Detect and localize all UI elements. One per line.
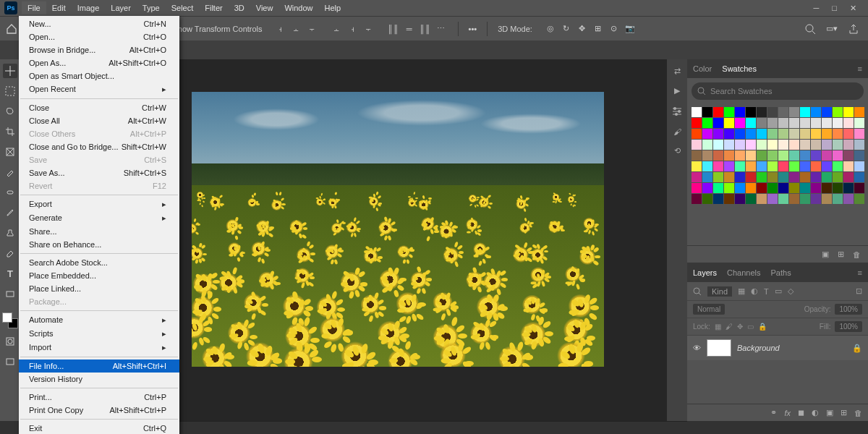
- swatch[interactable]: [811, 140, 821, 150]
- adjustment-icon[interactable]: ◐: [812, 408, 819, 417]
- eraser-tool[interactable]: [3, 246, 17, 260]
- swatch[interactable]: [746, 172, 756, 182]
- lock-paint-icon[interactable]: 🖌: [726, 323, 733, 331]
- swatch[interactable]: [692, 129, 702, 139]
- swatch[interactable]: [843, 194, 854, 204]
- swatch[interactable]: [767, 172, 778, 182]
- menu-item-close-and-go-to-bridge[interactable]: Close and Go to Bridge...Shift+Ctrl+W: [19, 140, 179, 153]
- lock-pos-icon[interactable]: ✥: [737, 323, 743, 331]
- swatch[interactable]: [702, 118, 712, 128]
- swatch[interactable]: [822, 161, 832, 171]
- menu-item-open[interactable]: Open...Ctrl+O: [19, 30, 179, 43]
- swatch[interactable]: [843, 150, 854, 161]
- swatch[interactable]: [822, 129, 832, 139]
- swatch[interactable]: [757, 161, 767, 171]
- swatch[interactable]: [789, 107, 799, 117]
- menu-image[interactable]: Image: [72, 1, 106, 14]
- menu-select[interactable]: Select: [166, 1, 200, 14]
- swatch[interactable]: [811, 161, 821, 171]
- panel-menu-icon[interactable]: ≡: [858, 268, 862, 277]
- more-icon[interactable]: •••: [469, 25, 477, 33]
- search-icon[interactable]: [804, 23, 816, 35]
- swatch[interactable]: [789, 118, 799, 128]
- lock-all-icon[interactable]: 🔒: [758, 323, 767, 331]
- swatch[interactable]: [702, 172, 712, 182]
- menu-item-print-one-copy[interactable]: Print One CopyAlt+Shift+Ctrl+P: [19, 404, 179, 417]
- swatch[interactable]: [702, 107, 712, 117]
- swatch[interactable]: [757, 194, 767, 204]
- swatch[interactable]: [746, 183, 756, 193]
- swatch[interactable]: [822, 183, 832, 193]
- swatch[interactable]: [843, 161, 854, 171]
- swatch[interactable]: [854, 172, 864, 182]
- swatch[interactable]: [692, 107, 702, 117]
- tab-paths[interactable]: Paths: [771, 268, 791, 277]
- swatch[interactable]: [833, 172, 843, 182]
- swatch[interactable]: [778, 183, 788, 193]
- swatch[interactable]: [724, 194, 734, 204]
- tab-color[interactable]: Color: [693, 64, 712, 73]
- adjust-icon[interactable]: [671, 106, 683, 117]
- swatch[interactable]: [767, 140, 778, 150]
- screen-mode-icon[interactable]: [3, 354, 17, 369]
- swatch[interactable]: [822, 118, 832, 128]
- swap-icon[interactable]: ⇄: [674, 67, 681, 76]
- brush-panel-icon[interactable]: 🖌: [673, 127, 681, 136]
- swatch[interactable]: [735, 161, 745, 171]
- more-align-icon[interactable]: ⋯: [435, 22, 448, 35]
- swatch[interactable]: [789, 150, 799, 161]
- menu-3d[interactable]: 3D: [229, 1, 250, 14]
- swatch[interactable]: [746, 107, 756, 117]
- swatch[interactable]: [735, 129, 745, 139]
- menu-item-save-as[interactable]: Save As...Shift+Ctrl+S: [19, 166, 179, 179]
- cam-icon[interactable]: 📷: [624, 22, 637, 35]
- menu-item-open-as[interactable]: Open As...Alt+Shift+Ctrl+O: [19, 56, 179, 69]
- layer-thumbnail[interactable]: [707, 339, 731, 357]
- swatch[interactable]: [778, 118, 788, 128]
- quick-mask-icon[interactable]: [3, 334, 17, 349]
- minimize-icon[interactable]: ─: [814, 4, 820, 13]
- fill-value[interactable]: 100%: [835, 321, 862, 332]
- swatch[interactable]: [757, 140, 767, 150]
- restore-icon[interactable]: □: [832, 4, 837, 13]
- frame-tool[interactable]: [3, 145, 17, 159]
- swatch[interactable]: [800, 140, 810, 150]
- swatch[interactable]: [757, 107, 767, 117]
- swatch[interactable]: [778, 107, 788, 117]
- menu-item-close[interactable]: CloseCtrl+W: [19, 101, 179, 114]
- visibility-icon[interactable]: 👁: [693, 344, 701, 352]
- menu-item-close-all[interactable]: Close AllAlt+Ctrl+W: [19, 114, 179, 127]
- swatch[interactable]: [800, 107, 810, 117]
- swatch[interactable]: [800, 161, 810, 171]
- swatch[interactable]: [692, 150, 702, 161]
- swatch[interactable]: [800, 118, 810, 128]
- swatch[interactable]: [789, 172, 799, 182]
- swatch[interactable]: [843, 172, 854, 182]
- filter-pixel-icon[interactable]: ▦: [738, 286, 745, 296]
- menu-item-print[interactable]: Print...Ctrl+P: [19, 391, 179, 404]
- slide-icon[interactable]: ⊞: [592, 22, 605, 35]
- delete-icon[interactable]: 🗑: [854, 409, 862, 417]
- swatch[interactable]: [811, 107, 821, 117]
- swatch[interactable]: [789, 129, 799, 139]
- swatch[interactable]: [778, 194, 788, 204]
- swatch[interactable]: [800, 172, 810, 182]
- filter-shape-icon[interactable]: ▭: [775, 286, 782, 296]
- menu-file[interactable]: File: [22, 1, 46, 14]
- swatch[interactable]: [692, 172, 702, 182]
- crop-tool[interactable]: [3, 124, 17, 139]
- menu-item-scripts[interactable]: Scripts▸: [19, 327, 179, 341]
- align-top-icon[interactable]: ⫠: [331, 22, 344, 35]
- distribute-icon3[interactable]: ║║: [419, 22, 432, 35]
- swatch[interactable]: [713, 194, 723, 204]
- swatch[interactable]: [833, 107, 843, 117]
- swatch[interactable]: [811, 183, 821, 193]
- menu-item-place-linked[interactable]: Place Linked...: [19, 282, 179, 295]
- swatch[interactable]: [724, 172, 734, 182]
- swatch[interactable]: [767, 129, 778, 139]
- roll-icon[interactable]: ↻: [560, 22, 573, 35]
- swatch[interactable]: [724, 140, 734, 150]
- swatch[interactable]: [735, 140, 745, 150]
- align-left-icon[interactable]: ⫞: [274, 22, 287, 35]
- document-canvas[interactable]: [192, 92, 604, 367]
